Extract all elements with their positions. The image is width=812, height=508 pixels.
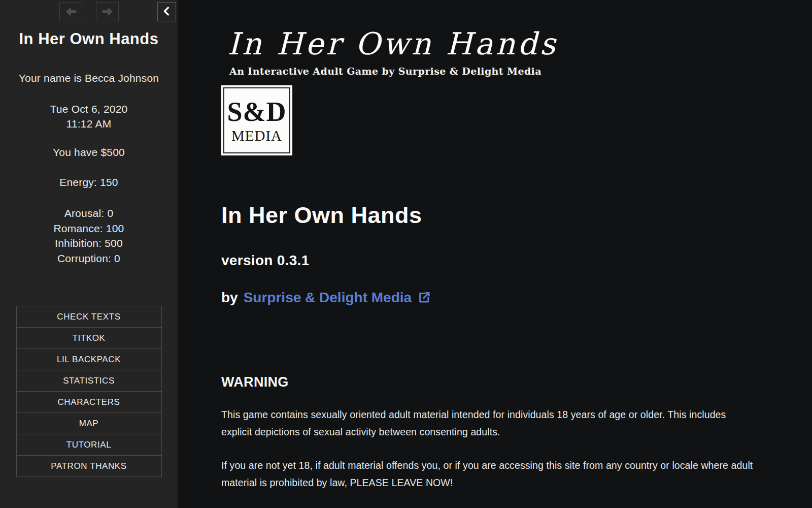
money-text: You have $500 <box>0 146 178 158</box>
warning-paragraph-2: If you are not yet 18, if adult material… <box>221 457 757 491</box>
app-root: In Her Own Hands Your name is Becca John… <box>0 0 812 508</box>
sidebar-collapse-button[interactable] <box>157 2 176 21</box>
history-forward-button[interactable] <box>96 2 119 21</box>
sidebar-item-titkok[interactable]: TITKOK <box>16 327 162 349</box>
time-text: 11:12 AM <box>0 116 178 131</box>
sidebar-item-patron-thanks[interactable]: PATRON THANKS <box>16 455 162 477</box>
sidebar-item-statistics[interactable]: STATISTICS <box>16 370 162 392</box>
sd-media-logo: S&D MEDIA <box>221 85 293 156</box>
logo-top-text: S&D <box>227 98 286 125</box>
chevron-left-icon <box>161 6 173 18</box>
sidebar-item-tutorial[interactable]: TUTORIAL <box>16 434 162 456</box>
logo-bottom-text: MEDIA <box>231 129 282 143</box>
external-link-icon <box>417 291 431 304</box>
sidebar: In Her Own Hands Your name is Becca John… <box>0 0 178 508</box>
page-title: In Her Own Hands <box>221 204 812 227</box>
warning-paragraph-1: This game contains sexually oriented adu… <box>221 406 757 440</box>
byline: by Surprise & Delight Media <box>221 289 812 306</box>
player-name-text: Your name is Becca Johnson <box>0 72 178 84</box>
sidebar-item-lil-backpack[interactable]: LIL BACKPACK <box>16 348 162 370</box>
datetime-text: Tue Oct 6, 2020 11:12 AM <box>0 102 178 131</box>
byline-prefix: by <box>221 289 238 306</box>
sidebar-item-characters[interactable]: CHARACTERS <box>16 391 162 413</box>
history-back-button[interactable] <box>59 2 82 21</box>
version-text: version 0.3.1 <box>221 253 812 268</box>
banner-subtitle: An Interactive Adult Game by Surprise & … <box>229 66 542 77</box>
stats-block: Arousal: 0 Romance: 100 Inhibition: 500 … <box>0 206 178 266</box>
stat-romance: Romance: 100 <box>0 221 178 236</box>
banner-script-title: In Her Own Hands <box>227 27 558 60</box>
sidebar-item-check-texts[interactable]: CHECK TEXTS <box>16 306 162 328</box>
stat-arousal: Arousal: 0 <box>0 206 178 221</box>
date-text: Tue Oct 6, 2020 <box>0 102 178 116</box>
sidebar-menu: CHECK TEXTS TITKOK LIL BACKPACK STATISTI… <box>16 306 162 477</box>
stat-inhibition: Inhibition: 500 <box>0 236 178 251</box>
warning-heading: WARNING <box>221 375 812 389</box>
studio-link[interactable]: Surprise & Delight Media <box>244 289 412 306</box>
sidebar-item-map[interactable]: MAP <box>16 412 162 434</box>
main-passage: In Her Own Hands An Interactive Adult Ga… <box>178 0 812 508</box>
arrow-right-icon <box>101 5 114 18</box>
banner-image: In Her Own Hands An Interactive Adult Ga… <box>216 24 770 162</box>
history-nav <box>59 2 119 21</box>
arrow-left-icon <box>64 5 78 18</box>
energy-text: Energy: 150 <box>0 176 178 188</box>
stat-corruption: Corruption: 0 <box>0 251 178 266</box>
